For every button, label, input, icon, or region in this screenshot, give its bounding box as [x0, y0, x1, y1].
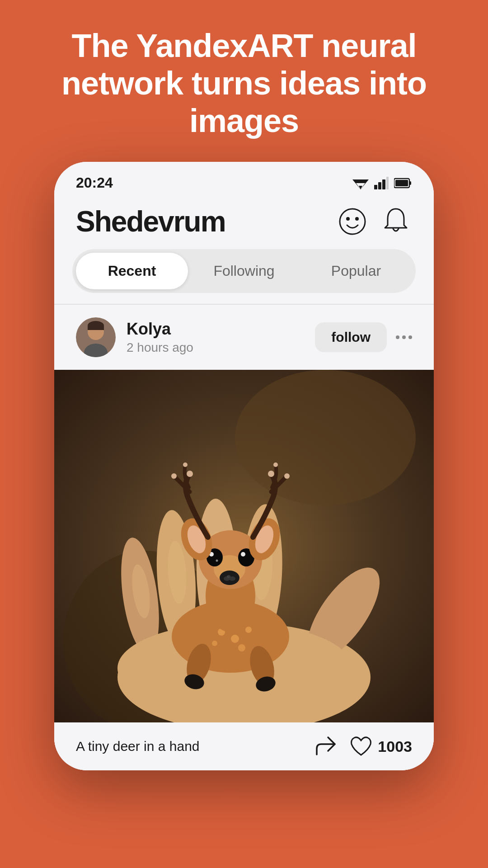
user-avatar[interactable]	[76, 317, 116, 357]
avatar-svg	[76, 317, 116, 357]
phone-frame: 20:24	[54, 162, 434, 770]
svg-rect-16	[88, 326, 104, 330]
svg-point-61	[273, 462, 278, 467]
post-footer: A tiny deer in a hand 100	[54, 722, 434, 770]
like-count: 1003	[378, 738, 412, 755]
app-title: Shedevrum	[76, 205, 225, 238]
share-icon	[314, 735, 337, 758]
app-header: Shedevrum	[54, 196, 434, 249]
svg-point-60	[284, 473, 290, 479]
svg-point-39	[238, 644, 245, 651]
svg-point-57	[171, 473, 177, 479]
status-icons	[352, 177, 412, 189]
post-actions: follow	[315, 322, 412, 352]
dot-2	[402, 335, 406, 339]
signal-icon	[374, 177, 389, 189]
svg-point-11	[346, 217, 350, 221]
svg-rect-6	[386, 177, 389, 189]
smiley-icon	[338, 207, 367, 236]
share-button[interactable]	[314, 735, 337, 758]
status-bar: 20:24	[54, 162, 434, 196]
dot-1	[396, 335, 399, 339]
svg-point-46	[227, 575, 230, 578]
svg-point-37	[245, 627, 252, 633]
svg-point-19	[235, 370, 416, 505]
post-image[interactable]	[54, 370, 434, 722]
svg-point-36	[231, 635, 239, 643]
svg-rect-3	[374, 185, 377, 189]
follow-button[interactable]: follow	[315, 322, 387, 352]
svg-point-10	[340, 209, 365, 234]
tab-following[interactable]: Following	[188, 253, 300, 289]
svg-point-59	[268, 471, 274, 477]
svg-rect-9	[395, 180, 408, 186]
bell-icon-button[interactable]	[380, 205, 412, 238]
post-user-info: Kolya 2 hours ago	[127, 320, 304, 355]
status-time: 20:24	[76, 175, 113, 191]
svg-rect-4	[378, 182, 381, 189]
svg-rect-8	[409, 181, 411, 185]
post-header: Kolya 2 hours ago follow	[54, 305, 434, 370]
tab-popular[interactable]: Popular	[300, 253, 412, 289]
post: Kolya 2 hours ago follow	[54, 305, 434, 770]
tab-container: Recent Following Popular	[72, 249, 416, 293]
post-caption: A tiny deer in a hand	[76, 739, 200, 754]
battery-icon	[394, 178, 412, 189]
post-time: 2 hours ago	[127, 340, 304, 355]
wifi-icon	[352, 177, 369, 189]
svg-point-56	[187, 471, 193, 477]
heart-icon	[350, 736, 372, 757]
svg-point-38	[212, 641, 217, 646]
tab-bar: Recent Following Popular	[54, 249, 434, 304]
more-options-button[interactable]	[396, 335, 412, 339]
post-footer-actions: 1003	[314, 735, 412, 758]
deer-image-svg	[54, 370, 434, 722]
svg-point-51	[216, 560, 218, 562]
avatar-icon-button[interactable]	[336, 205, 369, 238]
svg-point-12	[355, 217, 359, 221]
svg-point-50	[241, 552, 245, 557]
headline-text: The YandexART neural network turns ideas…	[0, 0, 488, 162]
header-icons	[336, 205, 412, 238]
tab-recent[interactable]: Recent	[76, 253, 188, 289]
bell-icon	[382, 207, 409, 236]
like-section[interactable]: 1003	[350, 736, 412, 757]
phone-wrapper: 20:24	[54, 162, 434, 868]
svg-point-58	[183, 462, 188, 467]
post-username: Kolya	[127, 320, 304, 339]
svg-rect-5	[382, 179, 385, 189]
dot-3	[408, 335, 412, 339]
